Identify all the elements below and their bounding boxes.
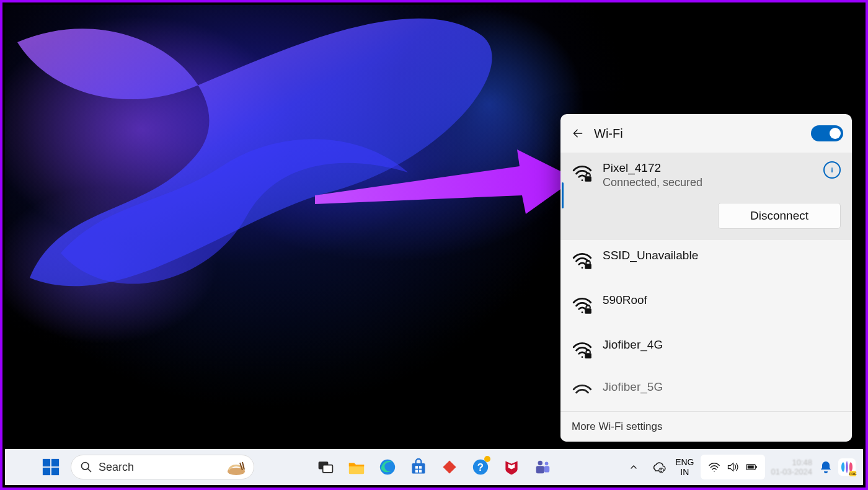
taskbar: Search ? [5, 449, 863, 485]
chevron-up-icon [629, 462, 639, 472]
svg-rect-20 [415, 466, 418, 468]
svg-rect-36 [755, 466, 756, 468]
taskbar-app-edge[interactable] [374, 453, 401, 481]
svg-rect-8 [51, 459, 59, 466]
wifi-header: Wi-Fi [560, 114, 852, 153]
store-icon [410, 458, 427, 476]
battery-icon [745, 461, 758, 473]
network-name: SSID_Unavailable [603, 249, 698, 262]
wifi-title: Wi-Fi [594, 127, 811, 141]
mcafee-icon [503, 458, 520, 476]
language-indicator[interactable]: ENG IN [673, 457, 696, 477]
network-name: 590Roof [603, 293, 647, 307]
svg-rect-29 [536, 466, 544, 473]
network-properties-button[interactable] [823, 161, 841, 179]
volume-icon [727, 461, 739, 473]
svg-text:PRE: PRE [849, 472, 856, 476]
back-button[interactable] [567, 122, 589, 145]
svg-rect-19 [412, 463, 425, 474]
taskbar-search[interactable]: Search [71, 455, 254, 479]
svg-rect-1 [585, 176, 591, 182]
taskbar-app-teams[interactable] [529, 453, 556, 481]
wifi-secured-icon [572, 295, 593, 316]
svg-rect-21 [419, 466, 422, 468]
teams-icon [533, 458, 552, 476]
svg-point-27 [538, 461, 543, 466]
tray-overflow-button[interactable] [623, 455, 644, 479]
wifi-network-active[interactable]: Pixel_4172 Connected, secured Disconnect [560, 153, 852, 240]
disconnect-button[interactable]: Disconnect [718, 203, 841, 229]
info-icon [828, 166, 836, 174]
badge-dot-icon [484, 456, 490, 462]
svg-point-2 [831, 167, 833, 169]
search-placeholder: Search [99, 461, 134, 474]
svg-rect-4 [585, 264, 591, 269]
svg-marker-24 [443, 460, 456, 473]
taskbar-app-get-help[interactable]: ? [467, 453, 494, 481]
taskbar-app-diamond[interactable] [436, 453, 463, 481]
svg-point-28 [545, 462, 549, 466]
svg-rect-22 [415, 470, 418, 472]
svg-rect-6 [585, 353, 591, 359]
wifi-network-list: Pixel_4172 Connected, secured Disconnect… [560, 153, 852, 411]
start-button[interactable] [38, 455, 63, 479]
svg-rect-9 [43, 468, 50, 475]
network-name: Pixel_4172 [603, 161, 702, 175]
wifi-network-item[interactable]: 590Roof [560, 285, 852, 329]
notifications-button[interactable] [818, 460, 833, 474]
svg-rect-7 [43, 459, 50, 466]
lang-line2: IN [675, 467, 694, 477]
svg-marker-0 [315, 149, 575, 214]
windows-logo-icon [42, 458, 60, 476]
clock-time: 10:48 [771, 458, 813, 467]
cloud-sync-icon [651, 460, 666, 474]
wifi-toggle[interactable] [811, 125, 843, 141]
svg-line-12 [88, 469, 91, 472]
folder-icon [347, 458, 366, 476]
wifi-secured-icon [572, 339, 593, 360]
clock-date: 01-03-2024 [771, 467, 813, 476]
task-view-icon [317, 458, 334, 476]
lang-line1: ENG [675, 457, 694, 467]
edge-icon [378, 458, 397, 476]
svg-rect-23 [419, 470, 422, 472]
svg-rect-10 [51, 468, 59, 475]
arrow-left-icon [572, 127, 584, 140]
diamond-icon [441, 459, 458, 475]
svg-text:?: ? [477, 461, 484, 473]
wifi-flyout: Wi-Fi Pixel_4172 Connected, secured Disc… [560, 114, 852, 442]
taskbar-app-file-explorer[interactable] [343, 453, 370, 481]
taskbar-app-mcafee[interactable] [498, 453, 525, 481]
svg-rect-34 [660, 470, 662, 471]
wifi-network-item[interactable]: Jiofiber_5G [560, 374, 852, 403]
taskbar-app-task-view[interactable] [312, 453, 339, 481]
tray-onedrive[interactable] [648, 453, 669, 481]
search-icon [80, 461, 92, 473]
svg-rect-17 [323, 465, 333, 473]
taskbar-app-ms-store[interactable] [405, 453, 432, 481]
network-name: Jiofiber_5G [603, 380, 663, 394]
svg-rect-5 [585, 308, 591, 314]
wifi-network-item[interactable]: SSID_Unavailable [560, 240, 852, 285]
wifi-secured-icon [572, 381, 593, 403]
more-wifi-settings-link[interactable]: More Wi-Fi settings [560, 411, 852, 442]
wifi-secured-icon [572, 163, 593, 184]
wifi-secured-icon [572, 250, 593, 271]
wifi-network-item[interactable]: Jiofiber_4G [560, 329, 852, 374]
wallpaper-art [11, 17, 551, 340]
wifi-icon [708, 461, 720, 473]
annotation-arrow [315, 145, 582, 219]
taskbar-apps: ? [312, 453, 556, 481]
network-name: Jiofiber_4G [603, 338, 663, 352]
clock[interactable]: 10:48 01-03-2024 [769, 458, 815, 476]
copilot-button[interactable]: PRE [837, 457, 857, 477]
svg-rect-3 [831, 169, 833, 172]
svg-rect-30 [544, 466, 549, 472]
svg-rect-37 [747, 466, 753, 469]
search-highlight-icon [224, 459, 249, 476]
quick-settings-button[interactable] [701, 455, 765, 479]
network-status: Connected, secured [603, 176, 702, 189]
